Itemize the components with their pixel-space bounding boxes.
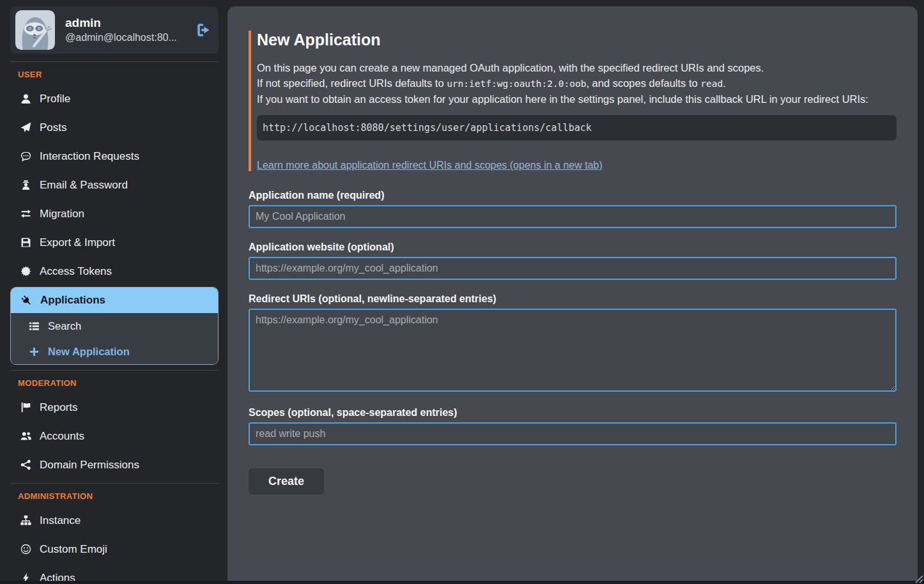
sidebar-item-label: New Application [48, 346, 130, 358]
comment-dots-icon [19, 151, 32, 162]
flag-icon [19, 402, 32, 413]
nav-section-administration: ADMINISTRATION Instance [10, 483, 219, 584]
user-names: admin @admin@localhost:80... [65, 15, 185, 45]
create-button[interactable]: Create [249, 468, 324, 495]
plus-icon [27, 346, 40, 357]
user-secret-icon [19, 180, 32, 190]
page-header: New Application On this page you can cre… [249, 31, 897, 171]
sidebar-item-search[interactable]: Search [11, 313, 218, 339]
sidebar-item-label: Email & Password [40, 179, 128, 192]
page-title: New Application [257, 31, 897, 49]
application-website-input[interactable] [249, 257, 897, 280]
desc-line-2-mid: , and scopes defaults to [586, 77, 700, 89]
sidebar-item-label: Migration [40, 208, 84, 220]
application-website-label: Application website (optional) [249, 242, 897, 253]
nav-section-user: USER Profile Posts Interaction Requests [10, 61, 219, 365]
page-description: On this page you can create a new manage… [257, 60, 897, 107]
section-header-moderation: MODERATION [10, 377, 219, 393]
sidebar-item-label: Interaction Requests [40, 150, 139, 163]
sidebar-item-export-import[interactable]: Export & Import [10, 228, 219, 257]
redirect-uris-label: Redirect URIs (optional, newline-separat… [249, 293, 897, 305]
sidebar-item-posts[interactable]: Posts [10, 113, 219, 142]
sidebar-item-label: Posts [40, 121, 67, 134]
sidebar-item-access-tokens[interactable]: Access Tokens [10, 257, 219, 286]
sidebar-item-new-application[interactable]: New Application [11, 339, 218, 364]
sidebar-item-label: Search [48, 320, 81, 332]
section-header-user: USER [10, 68, 219, 84]
application-website-field: Application website (optional) [249, 242, 897, 280]
sidebar-item-label: Custom Emoji [40, 543, 107, 556]
redirect-uris-textarea[interactable] [249, 309, 897, 392]
sidebar-item-instance[interactable]: Instance [10, 506, 219, 535]
desc-line-2-pre: If not specified, redirect URIs defaults… [257, 77, 447, 89]
main-panel: New Application On this page you can cre… [227, 6, 918, 584]
sign-out-icon[interactable] [196, 22, 212, 38]
sidebar-item-applications[interactable]: Applications [11, 288, 218, 313]
desc-line-3: If you want to obtain an access token fo… [257, 93, 868, 105]
learn-more-link[interactable]: Learn more about application redirect UR… [257, 160, 603, 171]
sloth-avatar [15, 10, 55, 50]
user-handle: @admin@localhost:80... [65, 31, 185, 45]
sidebar-item-label: Domain Permissions [40, 459, 139, 472]
new-application-form: Application name (required) Application … [249, 190, 897, 495]
application-name-input[interactable] [249, 205, 897, 228]
certificate-icon [19, 266, 32, 277]
sidebar: admin @admin@localhost:80... USER Profil… [0, 0, 227, 584]
sidebar-item-label: Instance [40, 514, 81, 527]
window-resize-grip[interactable] [915, 575, 923, 583]
desc-line-1: On this page you can create a new manage… [257, 62, 764, 73]
scopes-field: Scopes (optional, space-separated entrie… [249, 407, 897, 445]
users-icon [19, 431, 32, 442]
redirect-uris-field: Redirect URIs (optional, newline-separat… [249, 293, 897, 392]
floppy-icon [19, 237, 32, 248]
smile-icon [19, 544, 32, 555]
sidebar-item-email-password[interactable]: Email & Password [10, 171, 219, 199]
exchange-icon [19, 208, 32, 219]
scopes-label: Scopes (optional, space-separated entrie… [249, 407, 897, 419]
callback-url-code-block: http://localhost:8080/settings/user/appl… [257, 115, 897, 141]
list-icon [27, 321, 40, 332]
sidebar-item-label: Access Tokens [40, 265, 112, 278]
user-icon [19, 93, 32, 104]
sidebar-item-label: Reports [40, 401, 78, 414]
applications-subnav: Search New Application [11, 313, 218, 364]
sidebar-item-domain-permissions[interactable]: Domain Permissions [10, 450, 219, 479]
sidebar-item-migration[interactable]: Migration [10, 199, 219, 228]
sidebar-item-accounts[interactable]: Accounts [10, 422, 219, 450]
user-card[interactable]: admin @admin@localhost:80... [10, 6, 219, 54]
sidebar-item-profile[interactable]: Profile [10, 84, 219, 113]
sidebar-item-reports[interactable]: Reports [10, 393, 219, 422]
username: admin [65, 15, 185, 31]
desc-line-2-end: . [723, 77, 726, 89]
application-name-label: Application name (required) [249, 190, 897, 201]
sidebar-item-label: Applications [40, 294, 105, 307]
inline-code-read: read [700, 79, 723, 89]
paper-plane-icon [19, 122, 32, 133]
nav-section-moderation: MODERATION Reports Accounts [10, 370, 219, 479]
section-header-administration: ADMINISTRATION [10, 490, 219, 506]
share-alt-icon [19, 459, 32, 470]
sidebar-item-label: Export & Import [40, 236, 115, 249]
window-bottom-edge [0, 581, 924, 584]
sidebar-item-label: Accounts [40, 430, 84, 443]
sidebar-item-label: Profile [40, 93, 70, 105]
applications-group: Applications Search [10, 287, 219, 365]
sitemap-icon [19, 515, 32, 526]
scopes-input[interactable] [249, 422, 897, 445]
inline-code-oob: urn:ietf:wg:oauth:2.0:oob [447, 79, 586, 89]
application-name-field: Application name (required) [249, 190, 897, 228]
sidebar-item-custom-emoji[interactable]: Custom Emoji [10, 535, 219, 564]
sidebar-item-interaction-requests[interactable]: Interaction Requests [10, 142, 219, 171]
plug-icon [20, 295, 33, 306]
